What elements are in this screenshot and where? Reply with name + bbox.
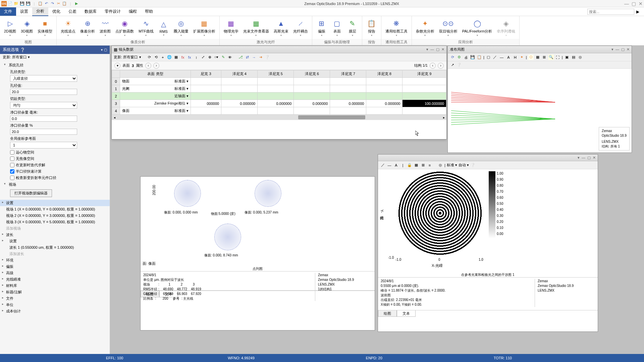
row-number[interactable]: 3 (112, 100, 120, 107)
table-cell[interactable] (191, 78, 221, 85)
fields-header[interactable]: 视场 (4, 181, 106, 188)
fr-target-icon[interactable]: ◎ (438, 163, 443, 168)
tree-wavelengths[interactable]: 波长 (0, 232, 110, 238)
maximize-icon[interactable]: ▢ (632, 1, 636, 6)
table-cell[interactable] (191, 93, 221, 100)
tree-addfield[interactable]: 添加视场 (0, 225, 110, 232)
lt-dash-icon[interactable]: — (499, 55, 504, 60)
lt-grid2-icon[interactable]: ⊞ (542, 55, 547, 60)
table-cell[interactable]: 100.000000 (402, 100, 446, 107)
eye-icon[interactable]: 👁 (227, 55, 232, 60)
scroll-right-icon[interactable]: ▸ (441, 116, 446, 119)
fr-tool-grid-icon[interactable]: ▦ (414, 163, 419, 168)
layout-maximize-icon[interactable]: ▢ (621, 47, 625, 52)
table-cell[interactable] (191, 85, 221, 93)
lt-copy-icon[interactable]: 📋 (477, 55, 482, 60)
menu-partdesign[interactable]: 零件设计 (101, 7, 125, 16)
arrow-right-icon[interactable]: → (251, 55, 257, 60)
lt-person-icon[interactable]: ⚇ (528, 55, 534, 60)
tree-cost[interactable]: 成本估计 (0, 308, 110, 314)
lt-zoom-icon[interactable]: 🔍 (548, 55, 554, 60)
cb-afocal[interactable] (10, 157, 14, 161)
cb-fastsemi[interactable] (10, 169, 14, 174)
table-row[interactable]: 0物面 标准面 ▾ (112, 78, 446, 85)
lt-save-icon[interactable]: 💾 (470, 55, 475, 60)
next-surface-icon[interactable]: › (153, 63, 159, 69)
table-cell[interactable] (330, 78, 366, 85)
tool2-icon[interactable]: ⤢ (200, 55, 206, 60)
ribbon-btn-双目镜分析[interactable]: ⊙⊙双目镜分析▾ (437, 17, 460, 38)
table-cell[interactable] (294, 85, 330, 93)
aperture-value-input[interactable] (10, 89, 77, 95)
lt-target-icon[interactable]: ◎ (578, 55, 583, 60)
layout-dropdown-icon[interactable]: ▾ (611, 47, 613, 52)
column-header[interactable]: 泽尼克 4 (221, 70, 258, 78)
menu-help[interactable]: 帮助 (141, 7, 157, 16)
table-cell[interactable]: 0.000000 (258, 100, 294, 107)
ribbon-btn-PAL/Freeform分析[interactable]: ◯PAL/Freeform分析▾ (460, 17, 494, 38)
ribbon-btn-光线追点[interactable]: ☀光线追点▾ (59, 17, 77, 38)
save-icon[interactable]: 💾 (19, 1, 25, 6)
surface-type-cell[interactable]: 像面 标准面 ▾ (120, 107, 191, 115)
lens-maximize-icon[interactable]: ▢ (436, 47, 439, 52)
tree-field1[interactable]: 视场 1 (X = 0.000000, Y = 0.000000, 权重 = 1… (0, 206, 110, 213)
row-number[interactable]: 2 (112, 93, 120, 100)
refresh2-icon[interactable]: ⟲ (153, 55, 159, 60)
ribbon-btn-杂散光分析[interactable]: ✦杂散光分析▾ (414, 17, 436, 38)
table-cell[interactable] (366, 78, 402, 85)
table-cell[interactable] (366, 85, 402, 93)
table-cell[interactable] (221, 85, 258, 93)
tree-files[interactable]: 文件 (0, 295, 110, 302)
ribbon-btn-物理光学[interactable]: ▦物理光学▾ (222, 17, 240, 38)
table-row[interactable]: 3Zernike Fringe相位 ▾0000000.0000000.00000… (112, 100, 446, 107)
tree-field3[interactable]: 视场 3 (X = 0.000000, Y = 5.000000, 权重 = 1… (0, 219, 110, 225)
tree-rayaim[interactable]: 光线瞄准 (0, 276, 110, 283)
tree-addwave[interactable]: 添加波长 (0, 251, 110, 257)
menu-programming[interactable]: 编程 (125, 7, 141, 16)
fr-tool-text-icon[interactable]: A (393, 163, 399, 168)
cut-icon[interactable]: ✂ (56, 1, 61, 6)
column-header[interactable]: 泽尼克 7 (330, 70, 366, 78)
ribbon-btn-2D视图[interactable]: ▷2D视图▾ (2, 17, 18, 38)
table-row[interactable]: 2近轴面 ▾ (112, 93, 446, 100)
ribbon-btn-光纤耦合[interactable]: ⟋光纤耦合▾ (291, 17, 310, 38)
copy-icon[interactable]: 📋 (38, 1, 43, 6)
layout-close-icon[interactable]: ✕ (627, 47, 630, 52)
fringe-tab-text[interactable]: 文本 (397, 310, 416, 317)
menu-file[interactable]: 文件 (0, 7, 16, 16)
table-cell[interactable] (366, 107, 402, 115)
fr-std-label[interactable]: 标准 ▾ (447, 163, 457, 168)
table-cell[interactable] (294, 93, 330, 100)
lens-close-icon[interactable]: ✕ (441, 47, 444, 52)
column-header[interactable]: 泽尼克 9 (402, 70, 446, 78)
fringe-tab-plot[interactable]: 绘图 (378, 310, 397, 317)
table-cell[interactable] (221, 78, 258, 85)
table-cell[interactable] (191, 107, 221, 115)
table-cell[interactable] (330, 93, 366, 100)
fr-auto-label[interactable]: 自动 ▾ (459, 163, 469, 168)
tree-adv[interactable]: 高级 (0, 270, 110, 276)
fr-help-icon[interactable]: ❔ (470, 163, 476, 168)
column-header[interactable]: 尼克 3 (191, 70, 221, 78)
cb-checkgrin[interactable] (10, 176, 14, 180)
table-cell[interactable] (294, 107, 330, 115)
tree-settings[interactable]: 设置 (0, 200, 110, 206)
open-field-editor-button[interactable]: 打开视场数据编辑器 (10, 189, 52, 197)
ribbon-btn-表面[interactable]: ▢表面▾ (330, 17, 344, 38)
menu-libraries[interactable]: 数据库 (80, 7, 101, 16)
scroll-left-icon[interactable]: ◂ (112, 116, 117, 119)
ribbon-btn-点扩散函数[interactable]: ◉点扩散函数▾ (113, 17, 136, 38)
add-icon[interactable]: + (160, 55, 165, 60)
paste-icon[interactable]: 📋 (62, 1, 67, 6)
table-cell[interactable] (258, 85, 294, 93)
new-icon[interactable]: 📄 (7, 1, 13, 6)
lt-expand-icon[interactable]: ⛶ (555, 55, 560, 60)
lt-win2-icon[interactable]: ▤ (571, 55, 576, 60)
tool3-icon[interactable]: ⊕ (207, 55, 212, 60)
menu-tolerance[interactable]: 公差 (64, 7, 80, 16)
table-cell[interactable] (221, 107, 258, 115)
table-cell[interactable] (258, 107, 294, 115)
panel-close-icon[interactable]: ▢ (104, 48, 107, 52)
help-icon[interactable]: ❔ (265, 55, 270, 60)
tool1-icon[interactable]: ↕ (194, 55, 199, 60)
